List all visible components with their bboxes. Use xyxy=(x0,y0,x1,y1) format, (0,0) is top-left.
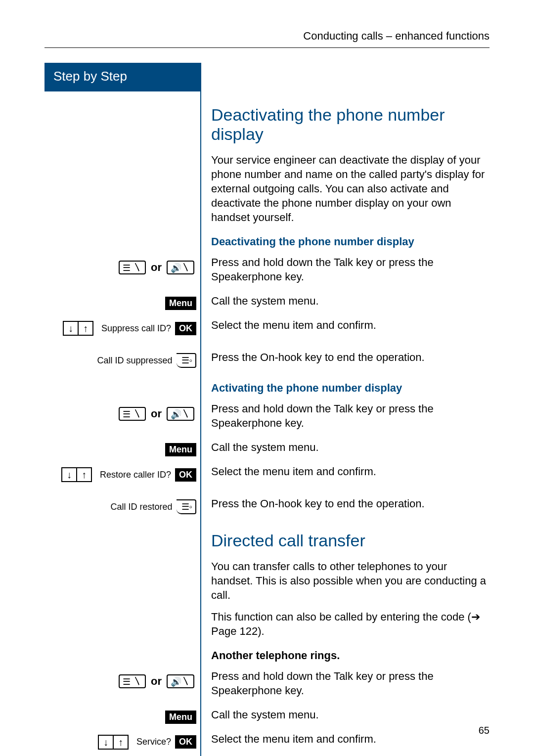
or-label: or xyxy=(151,261,162,274)
talk-key-icon: ☰ 〵 xyxy=(119,674,146,688)
act-s2-text: Call the system menu. xyxy=(211,440,490,454)
menu-badge: Menu xyxy=(165,297,196,310)
row-act-s1: ☰ 〵 or 🔊〵 Press and hold down the Talk k… xyxy=(44,401,490,440)
page-header: Conducting calls – enhanced functions xyxy=(44,30,490,48)
intro2-post: ). xyxy=(258,625,264,637)
row-act-s3: ↓↑ Restore caller ID? OK Select the menu… xyxy=(44,464,490,496)
section2-intro2: This function can also be called by ente… xyxy=(211,610,490,638)
row-banner: Step by Step xyxy=(44,63,490,91)
row-sec2-s2: Menu Call the system menu. xyxy=(44,708,490,732)
call-id-suppressed-label: Call ID suppressed xyxy=(97,356,173,366)
row-act-heading: Activating the phone number display xyxy=(44,371,490,401)
nav-arrows-icon: ↓↑ xyxy=(98,735,129,750)
step-by-step-banner: Step by Step xyxy=(44,63,200,91)
nav-arrows-icon: ↓↑ xyxy=(63,321,93,336)
ok-badge: OK xyxy=(175,322,196,335)
deact-s1-text: Press and hold down the Talk key or pres… xyxy=(211,255,490,284)
call-id-restored-label: Call ID restored xyxy=(111,502,173,512)
restore-caller-id-label: Restore caller ID? xyxy=(100,470,171,480)
row-deact-s3: ↓↑ Suppress call ID? OK Select the menu … xyxy=(44,318,490,350)
deact-s3-text: Select the menu item and confirm. xyxy=(211,318,490,332)
or-label: or xyxy=(151,407,162,420)
deact-s2-text: Call the system menu. xyxy=(211,294,490,308)
service-label: Service? xyxy=(136,737,171,747)
talk-key-icon: ☰ 〵 xyxy=(119,261,146,274)
activate-heading: Activating the phone number display xyxy=(211,382,490,395)
onhook-key-icon: ☰◦ xyxy=(177,499,196,514)
row-act-s2: Menu Call the system menu. xyxy=(44,440,490,464)
or-label: or xyxy=(151,675,162,688)
section2-title: Directed call transfer xyxy=(211,531,490,550)
menu-badge: Menu xyxy=(165,711,196,724)
act-s3-text: Select the menu item and confirm. xyxy=(211,464,490,479)
row-sec2-s3: ↓↑ Service? OK Select the menu item and … xyxy=(44,732,490,756)
sec2-s3-text: Select the menu item and confirm. xyxy=(211,732,490,746)
manual-page: Conducting calls – enhanced functions St… xyxy=(0,0,534,756)
page-number: 65 xyxy=(479,725,490,736)
intro2-pre: This function can also be called by ente… xyxy=(211,611,471,623)
page-ref-link[interactable]: Page 122 xyxy=(211,625,258,637)
deactivate-heading: Deactivating the phone number display xyxy=(211,235,490,248)
section1-title: Deactivating the phone number display xyxy=(211,105,490,144)
act-s1-text: Press and hold down the Talk key or pres… xyxy=(211,401,490,430)
ok-badge: OK xyxy=(175,735,196,749)
section2-intro1: You can transfer calls to other telephon… xyxy=(211,559,490,602)
onhook-key-icon: ☰◦ xyxy=(177,353,196,368)
deact-s4-text: Press the On-hook key to end the operati… xyxy=(211,350,490,364)
row-act-s4: Call ID restored ☰◦ Press the On-hook ke… xyxy=(44,496,490,517)
row-section2-head: Directed call transfer You can transfer … xyxy=(44,517,490,668)
talk-key-icon: ☰ 〵 xyxy=(119,407,146,421)
nav-arrows-icon: ↓↑ xyxy=(61,467,92,482)
arrow-right-icon xyxy=(471,611,481,623)
row-deact-s2: Menu Call the system menu. xyxy=(44,294,490,318)
speakerphone-key-icon: 🔊〵 xyxy=(167,261,194,274)
act-s4-text: Press the On-hook key to end the operati… xyxy=(211,496,490,511)
section1-intro: Your service engineer can deactivate the… xyxy=(211,153,490,224)
ok-badge: OK xyxy=(175,468,196,482)
row-section1-head: Deactivating the phone number display Yo… xyxy=(44,91,490,255)
speakerphone-key-icon: 🔊〵 xyxy=(167,407,194,421)
row-sec2-s1: ☰ 〵 or 🔊〵 Press and hold down the Talk k… xyxy=(44,669,490,708)
ring-heading: Another telephone rings. xyxy=(211,649,490,662)
row-deact-s1: ☰ 〵 or 🔊〵 Press and hold down the Talk k… xyxy=(44,255,490,294)
sec2-s2-text: Call the system menu. xyxy=(211,708,490,722)
row-deact-s4: Call ID suppressed ☰◦ Press the On-hook … xyxy=(44,350,490,371)
menu-badge: Menu xyxy=(165,443,196,456)
sec2-s1-text: Press and hold down the Talk key or pres… xyxy=(211,669,490,698)
speakerphone-key-icon: 🔊〵 xyxy=(167,674,194,688)
suppress-call-id-label: Suppress call ID? xyxy=(101,323,171,334)
